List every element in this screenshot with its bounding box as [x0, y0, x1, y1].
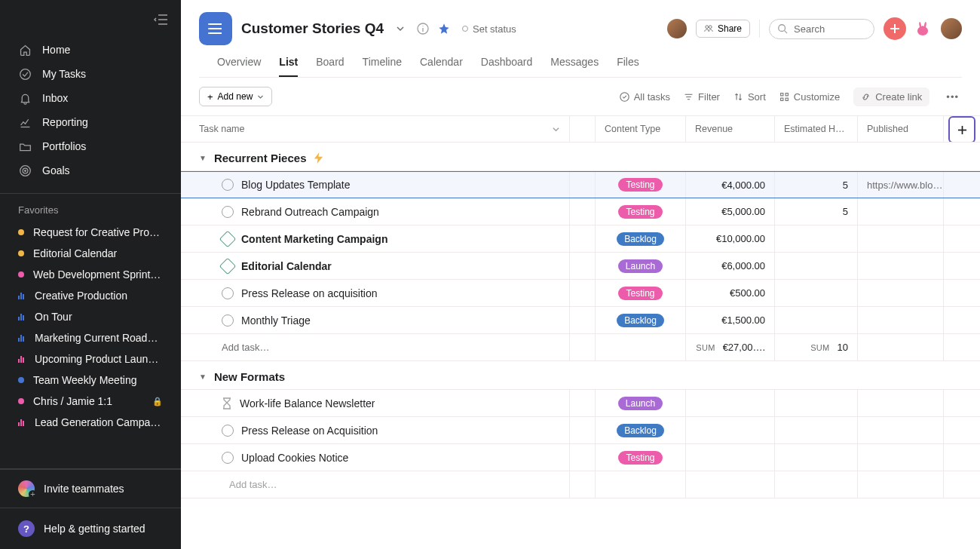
- tab-files[interactable]: Files: [617, 56, 639, 77]
- task-row[interactable]: Rebrand Outreach CampaignTesting€5,000.0…: [181, 198, 980, 225]
- task-cell-revenue[interactable]: [686, 390, 775, 416]
- favorite-item[interactable]: Team Weekly Meeting: [0, 370, 181, 391]
- favorite-item[interactable]: Lead Generation Campai…: [0, 412, 181, 433]
- task-cell-type[interactable]: Testing: [596, 172, 686, 198]
- task-cell-type[interactable]: Launch: [596, 253, 686, 279]
- task-cell-name[interactable]: Press Release on Acquisition: [181, 417, 570, 443]
- task-cell-type[interactable]: Backlog: [596, 417, 686, 443]
- tab-list[interactable]: List: [279, 56, 298, 77]
- global-add-button[interactable]: [884, 17, 906, 40]
- task-cell-revenue[interactable]: €4,000.00: [686, 172, 775, 198]
- collapse-icon[interactable]: ▼: [199, 373, 207, 381]
- task-cell-est[interactable]: [775, 444, 858, 471]
- task-cell-est[interactable]: [775, 225, 858, 252]
- favorite-item[interactable]: On Tour: [0, 306, 181, 327]
- sort-button[interactable]: Sort: [733, 91, 766, 103]
- task-cell-type[interactable]: Backlog: [596, 307, 686, 333]
- task-cell-pub[interactable]: [858, 253, 944, 279]
- task-cell-name[interactable]: Content Marketing Campaign: [181, 225, 570, 252]
- chevron-down-icon[interactable]: [552, 125, 560, 133]
- favorite-item[interactable]: Upcoming Product Laun…: [0, 348, 181, 370]
- task-cell-revenue[interactable]: [686, 444, 775, 471]
- favorite-item[interactable]: Editorial Calendar: [0, 243, 181, 264]
- task-cell-name[interactable]: Blog Updates Template: [181, 172, 570, 198]
- star-icon[interactable]: [438, 23, 450, 35]
- task-row[interactable]: Press Release on AcquisitionBacklog: [181, 417, 980, 444]
- favorite-item[interactable]: Chris / Jamie 1:1🔒: [0, 391, 181, 412]
- col-published[interactable]: Published: [858, 116, 944, 142]
- task-cell-name[interactable]: Editorial Calendar: [181, 253, 570, 279]
- more-icon[interactable]: •••: [943, 88, 962, 106]
- task-cell-est[interactable]: [775, 307, 858, 333]
- task-row[interactable]: Editorial CalendarLaunch€6,000.00: [181, 253, 980, 280]
- task-cell-pub[interactable]: [858, 198, 944, 225]
- task-cell-revenue[interactable]: €1,500.00: [686, 307, 775, 333]
- favorite-item[interactable]: Request for Creative Pro…: [0, 222, 181, 243]
- share-button[interactable]: Share: [696, 20, 750, 38]
- favorite-item[interactable]: Web Development Sprint…: [0, 264, 181, 285]
- task-cell-name[interactable]: Monthly Triage: [181, 307, 570, 333]
- customize-button[interactable]: Customize: [779, 91, 840, 103]
- user-avatar[interactable]: [941, 18, 962, 39]
- project-icon[interactable]: [199, 12, 232, 45]
- nav-check[interactable]: My Tasks: [0, 62, 181, 86]
- add-task-row[interactable]: Add task…: [181, 471, 980, 498]
- member-avatar[interactable]: [667, 19, 687, 38]
- task-cell-type[interactable]: Backlog: [596, 225, 686, 252]
- task-cell-revenue[interactable]: €5,000.00: [686, 198, 775, 225]
- nav-target[interactable]: Goals: [0, 158, 181, 182]
- task-cell-pub[interactable]: [858, 444, 944, 471]
- complete-check-icon[interactable]: [222, 287, 234, 299]
- favorite-item[interactable]: Creative Production: [0, 285, 181, 306]
- task-cell-type[interactable]: Testing: [596, 444, 686, 471]
- tab-timeline[interactable]: Timeline: [363, 56, 402, 77]
- add-task[interactable]: Add task…: [181, 334, 570, 360]
- task-cell-type[interactable]: Testing: [596, 198, 686, 225]
- tab-calendar[interactable]: Calendar: [420, 56, 463, 77]
- collapse-icon[interactable]: ▼: [199, 154, 207, 162]
- project-dropdown-icon[interactable]: [393, 21, 408, 36]
- task-cell-est[interactable]: [775, 280, 858, 306]
- favorite-item[interactable]: Marketing Current Road…: [0, 327, 181, 348]
- task-cell-revenue[interactable]: €6,000.00: [686, 253, 775, 279]
- task-cell-type[interactable]: Launch: [596, 390, 686, 416]
- complete-check-icon[interactable]: [222, 206, 234, 218]
- task-cell-pub[interactable]: [858, 417, 944, 443]
- col-task-name[interactable]: Task name: [181, 116, 570, 142]
- col-content-type[interactable]: Content Type: [596, 116, 686, 142]
- milestone-icon[interactable]: [219, 257, 237, 274]
- info-icon[interactable]: [417, 23, 429, 35]
- col-revenue[interactable]: Revenue: [686, 116, 775, 142]
- search-input[interactable]: Search: [769, 19, 874, 39]
- task-row[interactable]: Press Release on acquisitionTesting€500.…: [181, 280, 980, 307]
- milestone-icon[interactable]: [219, 230, 237, 247]
- task-cell-est[interactable]: [775, 390, 858, 416]
- pending-icon[interactable]: [222, 397, 232, 409]
- task-cell-name[interactable]: Press Release on acquisition: [181, 280, 570, 306]
- tab-board[interactable]: Board: [316, 56, 344, 77]
- add-new-button[interactable]: + Add new: [199, 87, 272, 106]
- task-cell-est[interactable]: 5: [775, 198, 858, 225]
- task-cell-pub[interactable]: [858, 307, 944, 333]
- task-cell-revenue[interactable]: €500.00: [686, 280, 775, 306]
- nav-folder[interactable]: Portfolios: [0, 134, 181, 158]
- filter-button[interactable]: Filter: [684, 91, 720, 103]
- complete-check-icon[interactable]: [222, 314, 234, 327]
- invite-teammates[interactable]: + Invite teammates: [0, 469, 181, 508]
- task-row[interactable]: Monthly TriageBacklog€1,500.00: [181, 307, 980, 334]
- section-header[interactable]: ▼New Formats: [181, 361, 980, 390]
- task-cell-name[interactable]: Work-life Balance Newsletter: [181, 390, 570, 416]
- nav-bell[interactable]: Inbox: [0, 86, 181, 110]
- nav-home[interactable]: Home: [0, 38, 181, 62]
- task-row[interactable]: Content Marketing CampaignBacklog€10,000…: [181, 225, 980, 253]
- task-cell-pub[interactable]: https://www.blo…: [858, 172, 944, 198]
- nav-chart[interactable]: Reporting: [0, 110, 181, 134]
- set-status[interactable]: Set status: [462, 23, 516, 35]
- collapse-sidebar-icon[interactable]: [152, 11, 170, 29]
- task-cell-pub[interactable]: [858, 390, 944, 416]
- task-cell-revenue[interactable]: [686, 417, 775, 443]
- complete-check-icon[interactable]: [222, 452, 234, 464]
- task-row[interactable]: Work-life Balance NewsletterLaunch: [181, 390, 980, 417]
- tab-overview[interactable]: Overview: [217, 56, 261, 77]
- task-cell-revenue[interactable]: €10,000.00: [686, 225, 775, 252]
